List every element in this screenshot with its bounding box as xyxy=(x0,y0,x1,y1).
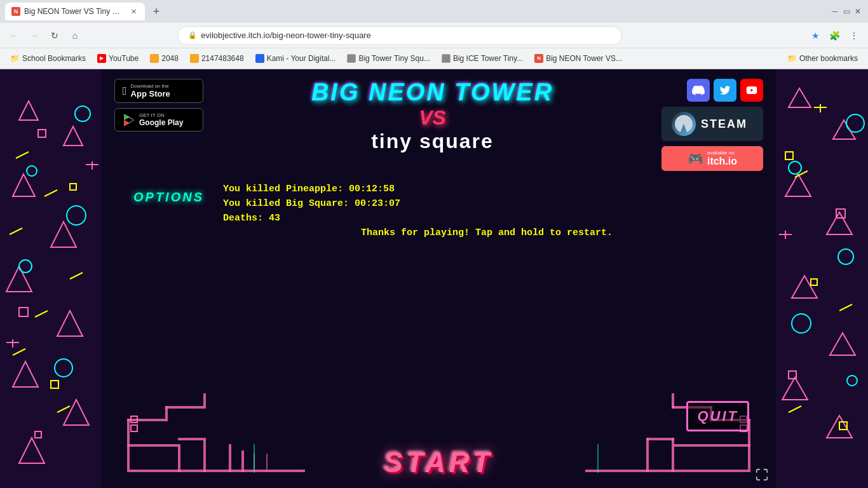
game-title-small-text: tiny square xyxy=(371,130,494,152)
other-bookmarks-label: Other bookmarks xyxy=(799,54,858,63)
url-input[interactable]: 🔒 evilobjective.itch.io/big-neon-tower-t… xyxy=(177,26,622,45)
tab-close-button[interactable]: ✕ xyxy=(128,6,139,17)
killed-big-square-stat: You killed Big Square: 00:23:07 xyxy=(223,198,750,209)
twitter-icon xyxy=(719,85,731,96)
bookmark-bigtower-label: Big Tower Tiny Squ... xyxy=(358,54,430,63)
active-tab[interactable]: N Big NEON Tower VS Tiny Sq... ✕ xyxy=(5,3,145,20)
quit-button[interactable]: QUIT xyxy=(686,401,749,431)
svg-rect-21 xyxy=(38,130,46,137)
url-text: evilobjective.itch.io/big-neon-tower-tin… xyxy=(201,30,370,40)
steam-label: STEAM xyxy=(701,118,747,131)
svg-rect-70 xyxy=(203,438,206,472)
bookmark-bigtower[interactable]: Big Tower Tiny Squ... xyxy=(342,51,435,66)
discord-icon xyxy=(692,84,705,97)
bookmark-bigice-label: Big ICE Tower Tiny... xyxy=(453,54,523,63)
itchio-button[interactable]: 🎮 available on itch.io xyxy=(661,146,763,171)
svg-line-19 xyxy=(13,349,25,355)
bookmark-kami-label: Kami - Your Digital... xyxy=(267,54,336,63)
options-button[interactable]: OPTIONS xyxy=(127,184,210,211)
bookmark-youtube[interactable]: ▶ YouTube xyxy=(92,51,144,66)
svg-rect-65 xyxy=(165,406,203,409)
bookmark-star-button[interactable]: ★ xyxy=(807,27,825,44)
svg-rect-68 xyxy=(178,444,180,472)
bookmark-kami[interactable]: Kami - Your Digital... xyxy=(250,51,341,66)
bookmark-bigneon[interactable]: N Big NEON Tower VS... xyxy=(529,51,627,66)
svg-marker-3 xyxy=(51,222,76,247)
steam-button[interactable]: STEAM xyxy=(661,107,763,141)
fullscreen-icon xyxy=(755,468,769,482)
maximize-button[interactable]: ▭ xyxy=(841,6,851,17)
killed-pineapple-stat: You killed Pineapple: 00:12:58 xyxy=(223,184,750,194)
fullscreen-button[interactable] xyxy=(753,466,771,484)
tab-bar: N Big NEON Tower VS Tiny Sq... ✕ + ─ ▭ ✕ xyxy=(0,0,868,23)
bookmark-school-label: School Bookmarks xyxy=(22,54,86,63)
svg-rect-71 xyxy=(229,444,231,472)
left-decorations xyxy=(0,69,102,488)
svg-point-10 xyxy=(27,166,37,176)
svg-rect-74 xyxy=(131,425,137,431)
back-button[interactable]: ← xyxy=(5,27,23,44)
svg-line-16 xyxy=(10,228,22,234)
bookmark-2147[interactable]: 2147483648 xyxy=(185,51,249,66)
start-button[interactable]: START xyxy=(384,447,494,478)
svg-rect-69 xyxy=(178,438,203,440)
svg-rect-78 xyxy=(585,470,750,472)
deaths-stat: Deaths: 43 xyxy=(223,213,750,224)
bookmark-2048[interactable]: 2048 xyxy=(145,51,184,66)
google-play-button[interactable]: GET IT ON Google Play xyxy=(114,108,203,132)
reload-button[interactable]: ↻ xyxy=(46,27,64,44)
thanks-message: Thanks for playing! Tap and hold to rest… xyxy=(223,227,750,238)
minimize-button[interactable]: ─ xyxy=(830,6,840,17)
home-button[interactable]: ⌂ xyxy=(66,27,84,44)
svg-marker-7 xyxy=(64,400,89,425)
svg-marker-32 xyxy=(785,174,811,196)
address-bar: ← → ↻ ⌂ 🔒 evilobjective.itch.io/big-neon… xyxy=(0,23,868,48)
game-title-line1: BIG NEON TOWER xyxy=(203,79,661,106)
forward-button[interactable]: → xyxy=(25,27,43,44)
svg-marker-1 xyxy=(64,126,83,146)
bookmark-2048-label: 2048 xyxy=(161,54,179,63)
svg-rect-85 xyxy=(672,438,674,472)
svg-point-42 xyxy=(847,376,857,386)
svg-marker-31 xyxy=(833,120,855,139)
quit-label: QUIT xyxy=(686,401,749,431)
app-store-button[interactable]:  Download on the App Store xyxy=(114,79,203,103)
svg-rect-86 xyxy=(646,438,674,440)
bookmark-bigice[interactable]: Big ICE Tower Tiny... xyxy=(437,51,528,66)
discord-button[interactable] xyxy=(687,79,710,102)
menu-button[interactable]: ⋮ xyxy=(845,27,863,44)
bookmark-school[interactable]: 📁 School Bookmarks xyxy=(5,51,91,66)
tab-title: Big NEON Tower VS Tiny Sq... xyxy=(24,7,125,16)
close-window-button[interactable]: ✕ xyxy=(853,6,863,17)
new-tab-button[interactable]: + xyxy=(147,3,165,20)
bookmark-youtube-label: YouTube xyxy=(109,54,139,63)
bookmark-2147-label: 2147483648 xyxy=(201,54,244,63)
game-title-vs-text: VS xyxy=(419,106,446,129)
svg-point-40 xyxy=(838,249,853,264)
svg-marker-4 xyxy=(6,266,32,292)
svg-marker-5 xyxy=(57,311,83,336)
youtube-button[interactable] xyxy=(740,79,763,102)
bigtower-favicon xyxy=(347,54,356,63)
svg-point-39 xyxy=(789,161,801,174)
other-bookmarks[interactable]: 📁 Other bookmarks xyxy=(782,54,863,63)
svg-line-14 xyxy=(16,152,29,158)
svg-rect-83 xyxy=(672,393,674,409)
svg-line-54 xyxy=(789,406,801,412)
steam-icon xyxy=(672,112,696,136)
svg-marker-35 xyxy=(830,333,855,355)
youtube-icon xyxy=(746,85,757,96)
bigice-favicon xyxy=(442,54,451,63)
svg-marker-2 xyxy=(13,174,35,196)
svg-marker-6 xyxy=(13,362,38,387)
app-store-sub: Download on the xyxy=(131,83,170,89)
svg-point-41 xyxy=(792,314,811,333)
svg-line-15 xyxy=(44,190,57,196)
twitter-button[interactable] xyxy=(714,79,736,102)
game-level: QUIT START xyxy=(102,245,776,488)
bookmarks-bar: 📁 School Bookmarks ▶ YouTube 2048 214748… xyxy=(0,48,868,69)
svg-line-18 xyxy=(35,311,48,317)
page-content:  Download on the App Store xyxy=(0,69,868,488)
svg-marker-30 xyxy=(789,88,811,107)
extension-button[interactable]: 🧩 xyxy=(826,27,844,44)
